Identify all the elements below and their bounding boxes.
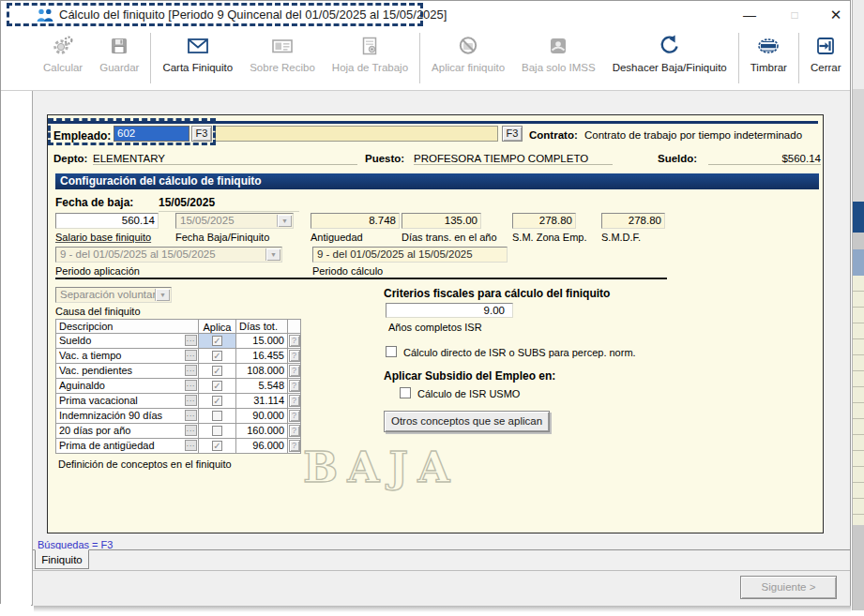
aplica-checkbox[interactable]: ✓	[212, 351, 222, 361]
finiquito-panel: Empleado: 602 F3 F3 Contrato: Contrato d…	[47, 114, 824, 533]
concept-dias[interactable]: 31.114	[235, 394, 288, 409]
isr-usmo-checkbox-label: Cálculo de ISR USMO	[417, 388, 520, 399]
aplica-checkbox[interactable]	[212, 411, 222, 421]
apply-blocked-icon	[457, 33, 479, 59]
concept-dias[interactable]: 16.455	[235, 349, 288, 364]
concept-dias[interactable]: 90.000	[235, 409, 288, 424]
siguiente-button[interactable]: Siguiente >	[740, 576, 837, 599]
ellipsis-button[interactable]: ...	[185, 350, 197, 361]
concept-desc: Vac. a tiempo	[59, 350, 121, 361]
form-area: Empleado: 602 F3 F3 Contrato: Contrato d…	[32, 91, 850, 606]
concept-desc: Indemnización 90 días	[59, 410, 162, 421]
contrato-label: Contrato:	[529, 129, 578, 141]
ellipsis-button[interactable]: ...	[185, 395, 197, 406]
app-people-icon	[37, 8, 53, 26]
concept-dias[interactable]: 108.000	[235, 364, 288, 379]
table-row: Aguinaldo... ✓ 5.548 ?	[55, 379, 301, 394]
aplica-checkbox[interactable]: ✓	[212, 396, 222, 406]
worksheet-icon	[359, 33, 380, 59]
ellipsis-button[interactable]: ...	[185, 335, 197, 346]
periodo-aplicacion-value: 9 - del 01/05/2025 al 15/05/2025	[60, 248, 216, 260]
empleado-f3-button[interactable]: F3	[191, 126, 212, 142]
concepts-footnote: Definición de conceptos en el finiquito	[58, 458, 232, 470]
toolbar-label: Baja solo IMSS	[522, 62, 596, 73]
aplica-checkbox[interactable]: ✓	[212, 366, 222, 376]
empleado-input[interactable]: 602	[114, 126, 189, 142]
close-button[interactable]: ✕	[821, 1, 851, 29]
toolbar-button-calcular[interactable]: Calcular	[35, 29, 91, 87]
concept-desc: Prima de antigüedad	[59, 440, 155, 451]
toolbar-button-timbrar[interactable]: Timbrar	[742, 29, 796, 87]
help-button[interactable]: ?	[289, 410, 300, 422]
help-button[interactable]: ?	[289, 440, 300, 452]
help-button[interactable]: ?	[289, 380, 300, 392]
dias-trans-label: Días trans. en el año	[402, 232, 497, 243]
column-header-dias: Días tot.	[235, 319, 288, 334]
toolbar-separator	[419, 33, 420, 83]
puesto-value: PROFESORA TIEMPO COMPLETO	[414, 153, 613, 165]
toolbar-button-cerrar[interactable]: Cerrar	[802, 29, 850, 87]
undo-icon	[659, 33, 681, 59]
concept-dias[interactable]: 96.000	[235, 439, 288, 454]
fecha-finiquito-dropdown[interactable]: 15/05/2025 ▼	[175, 213, 294, 229]
contrato-f3-button[interactable]: F3	[502, 126, 523, 142]
sliver-segment	[853, 249, 864, 276]
chevron-down-icon: ▼	[277, 215, 292, 227]
anos-isr-input[interactable]: 9.00	[386, 303, 513, 318]
background-window-sliver	[852, 0, 864, 610]
sliver-segment	[853, 0, 864, 89]
help-button[interactable]: ?	[289, 365, 300, 377]
fecha-baja-label: Fecha de baja:	[55, 196, 133, 209]
isr-subs-checkbox[interactable]	[386, 346, 397, 357]
toolbar-button-sobre-recibo[interactable]: Sobre Recibo	[241, 29, 324, 87]
antiguedad-label: Antiguedad	[311, 232, 363, 243]
help-button[interactable]: ?	[289, 335, 300, 347]
empleado-label: Empleado:	[53, 129, 111, 143]
gear-icon	[52, 33, 74, 59]
otros-conceptos-button[interactable]: Otros conceptos que se aplican	[384, 411, 550, 432]
panel-accent-line	[51, 121, 818, 124]
causa-dropdown[interactable]: Separación voluntaria ▼	[55, 287, 172, 303]
ellipsis-button[interactable]: ...	[185, 365, 197, 376]
help-button[interactable]: ?	[289, 395, 300, 407]
ellipsis-button[interactable]: ...	[185, 440, 197, 451]
title-bar: Cálculo del finiquito [Periodo 9 Quincen…	[1, 1, 850, 29]
imss-icon	[548, 33, 568, 59]
sliver-segment	[853, 525, 864, 610]
concept-dias[interactable]: 160.000	[235, 424, 288, 439]
concept-desc: Aguinaldo	[59, 380, 105, 391]
empleado-nombre-field[interactable]	[215, 126, 498, 142]
aplica-checkbox[interactable]: ✓	[212, 336, 222, 346]
help-button[interactable]: ?	[289, 350, 300, 362]
toolbar-button-hoja-de-trabajo[interactable]: Hoja de Trabajo	[324, 29, 417, 87]
salario-base-input[interactable]: 560.14	[55, 213, 159, 229]
toolbar-button-deshacer-baja-finiquito[interactable]: Deshacer Baja/Finiquito	[604, 29, 735, 87]
fecha-finiquito-value: 15/05/2025	[180, 215, 235, 226]
table-row: Vac. pendientes... ✓ 108.000 ?	[55, 364, 301, 379]
aplica-checkbox[interactable]: ✓	[212, 441, 222, 451]
toolbar-label: Guardar	[99, 62, 139, 73]
sueldo-value: $560.14	[708, 153, 821, 165]
toolbar-button-aplicar-finiquito[interactable]: Aplicar finiquito	[423, 29, 513, 87]
aplica-checkbox[interactable]: ✓	[212, 381, 222, 391]
help-button[interactable]: ?	[289, 425, 300, 437]
aplica-checkbox[interactable]	[212, 426, 222, 436]
isr-usmo-checkbox[interactable]	[400, 387, 411, 398]
antiguedad-field: 8.748	[311, 213, 400, 229]
concept-dias[interactable]: 5.548	[235, 379, 288, 394]
ellipsis-button[interactable]: ...	[185, 380, 197, 391]
toolbar-button-carta-finiquito[interactable]: Carta Finiquito	[154, 29, 241, 87]
concept-dias[interactable]: 15.000	[235, 334, 288, 349]
ellipsis-button[interactable]: ...	[185, 410, 197, 421]
toolbar-separator	[738, 33, 739, 83]
sliver-segment	[853, 233, 864, 249]
smdf-label: S.M.D.F.	[601, 232, 641, 243]
periodo-aplicacion-dropdown[interactable]: 9 - del 01/05/2025 al 15/05/2025 ▼	[55, 247, 282, 263]
toolbar-button-guardar[interactable]: Guardar	[91, 29, 147, 87]
sliver-segment	[853, 89, 864, 202]
tab-finiquito[interactable]: Finiquito	[35, 549, 89, 569]
causa-value: Separación voluntaria	[60, 289, 164, 300]
ellipsis-button[interactable]: ...	[185, 425, 197, 436]
minimize-button[interactable]: —	[735, 1, 765, 29]
toolbar-button-baja-solo-imss[interactable]: Baja solo IMSS	[513, 29, 604, 87]
